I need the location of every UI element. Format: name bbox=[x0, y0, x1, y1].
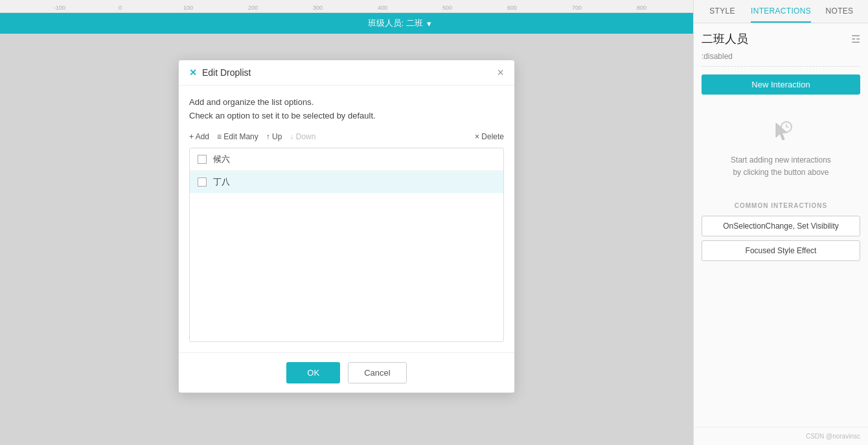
cancel-button[interactable]: Cancel bbox=[348, 362, 406, 383]
toolbar-dropdown-icon: ▾ bbox=[427, 19, 431, 29]
down-button[interactable]: ↓ Down bbox=[290, 132, 315, 141]
new-interaction-button[interactable]: New Interaction bbox=[702, 74, 860, 95]
tab-style[interactable]: STYLE bbox=[694, 0, 751, 23]
dialog-logo-icon: ✕ bbox=[189, 67, 197, 78]
dialog-description: Add and organize the list options. Check… bbox=[189, 96, 504, 123]
dialog-body: Add and organize the list options. Check… bbox=[179, 86, 514, 352]
edit-many-button[interactable]: ≡ Edit Many bbox=[217, 132, 258, 141]
dialog-title: Edit Droplist bbox=[202, 67, 492, 78]
panel-title: 二班人员 bbox=[702, 31, 748, 47]
list-item-label-1: 丁八 bbox=[213, 176, 230, 188]
panel-content: 二班人员 ☲ :disabled New Interaction Start a… bbox=[694, 23, 868, 427]
dialog-footer: OK Cancel bbox=[179, 352, 514, 393]
up-button[interactable]: ↑ Up bbox=[266, 132, 282, 141]
dialog-header: ✕ Edit Droplist × bbox=[179, 60, 514, 86]
list-item-checkbox-1[interactable] bbox=[198, 177, 207, 187]
ok-button[interactable]: OK bbox=[286, 362, 340, 383]
dialog-close-button[interactable]: × bbox=[497, 67, 504, 78]
list-item-label-0: 候六 bbox=[213, 154, 230, 165]
dialog-desc-line1: Add and organize the list options. bbox=[189, 96, 504, 109]
tab-notes[interactable]: NOTES bbox=[811, 0, 868, 23]
cursor-icon bbox=[766, 115, 797, 146]
common-interactions-label: COMMON INTERACTIONS bbox=[702, 202, 860, 209]
empty-state: Start adding new interactionsby clicking… bbox=[702, 105, 860, 189]
on-selection-change-button[interactable]: OnSelectionChange, Set Visibility bbox=[702, 216, 860, 236]
dialog-desc-line2: Check an option to set it to be selected… bbox=[189, 109, 504, 123]
toolbar-title-text: 班级人员: 二班 bbox=[368, 17, 423, 29]
settings-icon[interactable]: ☲ bbox=[851, 33, 860, 45]
focused-style-effect-button[interactable]: Focused Style Effect bbox=[702, 240, 860, 261]
empty-state-text: Start adding new interactionsby clicking… bbox=[731, 154, 831, 179]
delete-button[interactable]: × Delete bbox=[475, 132, 504, 141]
panel-footer: CSDN @noravinsc bbox=[694, 427, 868, 445]
droplist-container: 候六 丁八 bbox=[189, 148, 504, 342]
toolbar-title[interactable]: 班级人员: 二班 ▾ bbox=[368, 17, 431, 29]
edit-droplist-dialog: ✕ Edit Droplist × Add and organize the l… bbox=[178, 60, 515, 393]
add-button[interactable]: + Add bbox=[189, 132, 209, 141]
list-item[interactable]: 丁八 bbox=[190, 171, 503, 193]
right-panel: STYLE INTERACTIONS NOTES 二班人员 ☲ :disable… bbox=[693, 0, 868, 445]
tab-interactions[interactable]: INTERACTIONS bbox=[751, 0, 811, 23]
list-item[interactable]: 候六 bbox=[190, 148, 503, 171]
dialog-toolbar: + Add ≡ Edit Many ↑ Up ↓ Down × Delete bbox=[189, 132, 504, 141]
panel-tabs: STYLE INTERACTIONS NOTES bbox=[694, 0, 868, 23]
state-badge: :disabled bbox=[702, 52, 860, 67]
list-item-checkbox-0[interactable] bbox=[198, 155, 207, 164]
panel-title-row: 二班人员 ☲ bbox=[702, 31, 860, 47]
